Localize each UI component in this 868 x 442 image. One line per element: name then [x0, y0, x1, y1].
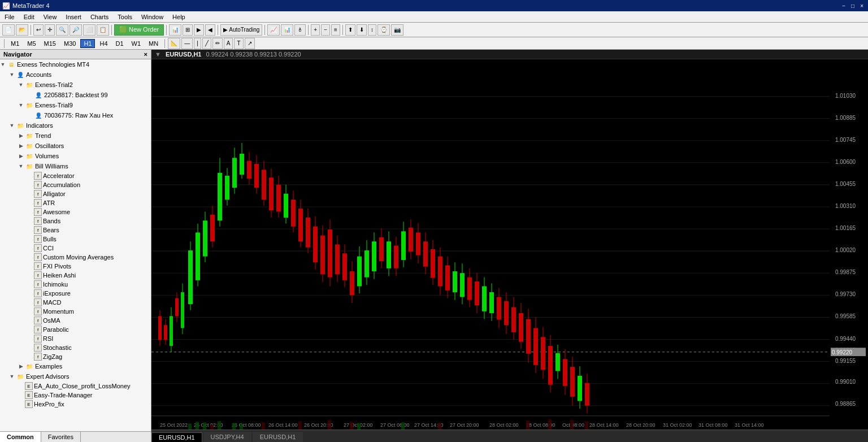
bar-chart-button[interactable]: 📊	[281, 24, 293, 36]
menu-edit[interactable]: Edit	[19, 12, 39, 21]
bw-stochastic[interactable]: f Stochastic	[0, 343, 151, 352]
buy-button[interactable]: ⬆	[345, 24, 355, 36]
ea-hexpro[interactable]: E HexPro_fix	[0, 400, 151, 409]
menu-window[interactable]: Window	[137, 12, 168, 21]
zoom-out-2-button[interactable]: −	[321, 24, 330, 36]
bw-accelerator[interactable]: f Accelerator	[0, 171, 151, 180]
close-button[interactable]: ×	[858, 3, 866, 9]
indicator-trend[interactable]: ▶ 📁 Trend	[0, 131, 151, 141]
chart-tab-eurusdh1-1[interactable]: EURUSD,H1	[151, 432, 202, 442]
bw-bulls[interactable]: f Bulls	[0, 235, 151, 244]
ea-easy-trade[interactable]: E Easy-Trade-Manager	[0, 391, 151, 400]
bw-accumulation[interactable]: f Accumulation	[0, 180, 151, 189]
account-rawxau[interactable]: 👤 70036775: Raw Xau Hex	[0, 110, 151, 120]
nav-tab-favorites[interactable]: Favorites	[41, 432, 81, 442]
line-chart-button[interactable]: 📈	[267, 24, 280, 36]
bw-awesome[interactable]: f Awesome	[0, 207, 151, 216]
account-trial9[interactable]: ▼ 📁 Exness-Trial9	[0, 100, 151, 110]
broker-item[interactable]: ▼ 🖥 Exness Technologies MT4	[0, 59, 151, 70]
trailing-button[interactable]: ↕	[368, 24, 376, 36]
new-chart-button[interactable]: 📄	[2, 24, 15, 36]
menu-file[interactable]: File	[0, 12, 19, 21]
accounts-group[interactable]: ▼ 👤 Accounts	[0, 70, 151, 80]
indicator-examples[interactable]: ▶ 📁 Examples	[0, 361, 151, 371]
properties-button[interactable]: ⬜	[83, 24, 96, 36]
scroll-right-button[interactable]: ≡	[331, 24, 340, 36]
bw-osma[interactable]: f OsMA	[0, 316, 151, 325]
account-trial2[interactable]: ▼ 📁 Exness-Trial2	[0, 80, 151, 90]
indicator-oscillators[interactable]: ▶ 📁 Oscillators	[0, 141, 151, 151]
bw-momentum[interactable]: f Momentum	[0, 307, 151, 316]
text-button[interactable]: A	[224, 38, 233, 49]
ea-auto-close[interactable]: E EA_Auto_Close_profit_LossMoney	[0, 382, 151, 391]
indicators-button[interactable]: 📊	[169, 24, 181, 36]
tf-w1[interactable]: W1	[128, 39, 145, 48]
menu-charts[interactable]: Charts	[86, 12, 113, 21]
period-sep-button[interactable]: ⊞	[183, 24, 193, 36]
vline-button[interactable]: |	[194, 38, 201, 49]
menu-insert[interactable]: Insert	[61, 12, 86, 21]
bw-parabolic[interactable]: f Parabolic	[0, 325, 151, 334]
open-button[interactable]: 📂	[16, 24, 28, 36]
bw-bands[interactable]: f Bands	[0, 216, 151, 226]
chart-tab-usdjpyh4[interactable]: USDJPY,H4	[203, 432, 251, 442]
template-button[interactable]: 📋	[97, 24, 109, 36]
autotrading-button[interactable]: ▶ AutoTrading	[220, 24, 262, 36]
nav-tab-common[interactable]: Common	[0, 432, 41, 442]
svg-text:0.99220: 0.99220	[832, 349, 852, 356]
chart-svg[interactable]: 1.01030 1.00885 1.00745 1.00600 1.00455 …	[151, 59, 868, 430]
navigator-close-icon[interactable]: ×	[144, 51, 147, 58]
undo-button[interactable]: ↩	[33, 24, 44, 36]
bw-atr-label: ATR	[43, 200, 55, 206]
indicators-group[interactable]: ▼ 📁 Indicators	[0, 120, 151, 131]
arrow-button[interactable]: ↗	[245, 38, 255, 49]
tf-d1[interactable]: D1	[112, 39, 127, 48]
bw-iexposure[interactable]: f iExposure	[0, 289, 151, 298]
maximize-button[interactable]: □	[849, 3, 857, 9]
menu-view[interactable]: View	[39, 12, 62, 21]
chart-scroll-button[interactable]: ◀	[205, 24, 215, 36]
tf-m30[interactable]: M30	[60, 39, 79, 48]
zoom-out-button[interactable]: 🔎	[70, 24, 82, 36]
indicator-volumes[interactable]: ▶ 📁 Volumes	[0, 151, 151, 161]
bw-alligator[interactable]: f Alligator	[0, 189, 151, 198]
minimize-button[interactable]: −	[840, 3, 848, 9]
bw-zigzag[interactable]: f ZigZag	[0, 352, 151, 361]
chart-tab-eurusdh1-2[interactable]: EURUSD,H1	[253, 432, 303, 442]
bw-cci[interactable]: f CCI	[0, 244, 151, 253]
hline-button[interactable]: —	[181, 38, 193, 49]
bw-macd[interactable]: f MACD	[0, 298, 151, 307]
tf-h4[interactable]: H4	[96, 39, 111, 48]
menu-tools[interactable]: Tools	[113, 12, 137, 21]
expert-advisors-group[interactable]: ▼ 📁 Expert Advisors	[0, 371, 151, 382]
tf-m5[interactable]: M5	[24, 39, 39, 48]
bw-cma[interactable]: f Custom Moving Averages	[0, 253, 151, 262]
tf-mn[interactable]: MN	[145, 39, 162, 48]
draw-tools-button[interactable]: ✏	[212, 38, 223, 49]
bw-heiken[interactable]: f Heiken Ashi	[0, 271, 151, 280]
tf-h1[interactable]: H1	[80, 39, 95, 48]
candle-chart-button[interactable]: 🕯	[294, 24, 306, 36]
sell-button[interactable]: ⬇	[357, 24, 367, 36]
screenshot-button[interactable]: 📷	[391, 24, 403, 36]
bw-fxi[interactable]: f FXI Pivots	[0, 262, 151, 271]
new-order-button[interactable]: 🟩 New Order	[114, 24, 164, 36]
crosshair-button[interactable]: ✛	[45, 24, 55, 36]
menu-help[interactable]: Help	[168, 12, 190, 21]
chart-shift-button[interactable]: ▶	[194, 24, 204, 36]
zoom-in-button[interactable]: 🔍	[56, 24, 68, 36]
label-button[interactable]: T	[234, 38, 243, 49]
zoom-in-2-button[interactable]: +	[311, 24, 320, 36]
bw-bears[interactable]: f Bears	[0, 226, 151, 235]
title-bar-controls[interactable]: − □ ×	[840, 3, 866, 9]
bw-ichimoku[interactable]: f Ichimoku	[0, 280, 151, 289]
account-backtest99[interactable]: 👤 22058817: Backtest 99	[0, 90, 151, 100]
history-button[interactable]: ⌚	[377, 24, 390, 36]
bw-rsi[interactable]: f RSI	[0, 334, 151, 343]
bw-atr[interactable]: f ATR	[0, 198, 151, 207]
tf-m1[interactable]: M1	[7, 39, 23, 48]
indicator-billwilliams[interactable]: ▼ 📁 Bill Williams	[0, 161, 151, 171]
tf-m15[interactable]: M15	[41, 39, 59, 48]
trendline-button[interactable]: ╱	[202, 38, 211, 49]
draw-line-button[interactable]: 📐	[168, 38, 180, 49]
